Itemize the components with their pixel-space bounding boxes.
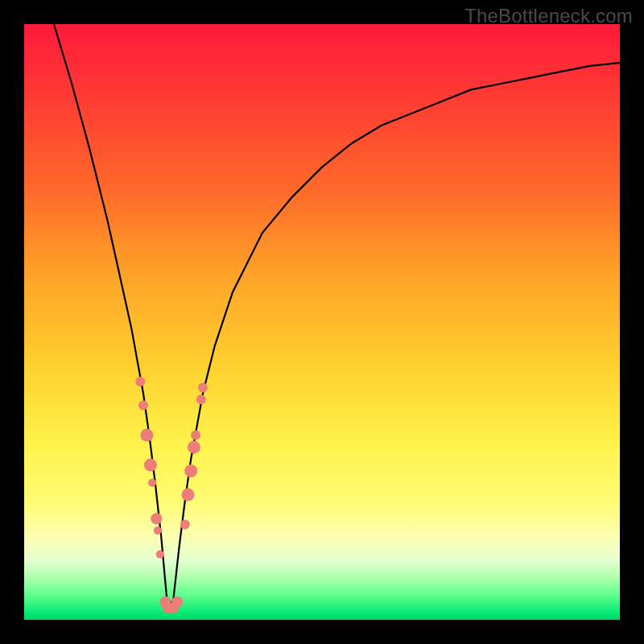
data-marker bbox=[151, 513, 162, 524]
data-marker bbox=[188, 440, 200, 453]
bottleneck-curve bbox=[54, 24, 620, 602]
data-marker bbox=[184, 464, 197, 477]
curve-layer bbox=[24, 24, 620, 620]
watermark-text: TheBottleneck.com bbox=[464, 5, 633, 27]
data-marker bbox=[180, 520, 190, 530]
plot-area bbox=[24, 24, 620, 620]
data-marker bbox=[156, 551, 164, 559]
data-marker bbox=[191, 431, 200, 440]
data-marker bbox=[198, 382, 208, 392]
data-marker bbox=[171, 597, 183, 608]
data-marker bbox=[144, 459, 157, 472]
data-marker bbox=[154, 526, 162, 535]
data-marker bbox=[135, 377, 145, 386]
data-marker bbox=[138, 401, 148, 411]
data-marker bbox=[196, 394, 206, 404]
chart-frame: TheBottleneck.com bbox=[0, 0, 644, 644]
data-marker bbox=[148, 479, 156, 487]
data-marker bbox=[182, 489, 195, 502]
data-marker bbox=[140, 429, 153, 442]
